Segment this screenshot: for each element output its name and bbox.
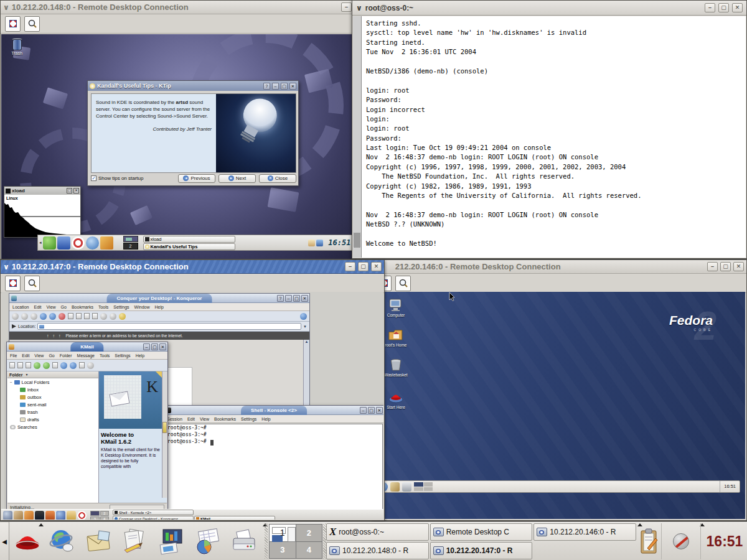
close-button[interactable] [376, 407, 383, 414]
email-launcher[interactable] [85, 526, 115, 556]
tools-icon[interactable] [24, 511, 34, 520]
menu-item[interactable]: Settings [113, 303, 129, 311]
help-lifering-icon[interactable] [72, 236, 85, 250]
web-browser-launcher[interactable] [47, 526, 77, 556]
panel-hide-left-icon[interactable]: ◂ [39, 240, 42, 245]
scrollbar-thumb[interactable] [162, 422, 167, 433]
menu-item[interactable]: Settings [241, 415, 256, 423]
menu-item[interactable]: Help [261, 415, 270, 423]
menu-item[interactable]: Edit [34, 303, 41, 311]
folder-row[interactable]: −Local Folders [7, 378, 98, 386]
location-dropdown-icon[interactable]: ▼ [303, 325, 307, 329]
konsole-icon[interactable] [35, 511, 44, 520]
minimize-button[interactable] [143, 343, 150, 350]
back-icon[interactable] [12, 313, 19, 320]
check-mail-icon[interactable] [34, 362, 40, 369]
show-tips-checkbox[interactable]: ✓ [91, 175, 96, 181]
kmail-titlebar[interactable]: KMail [7, 342, 167, 352]
print-icon[interactable] [92, 313, 98, 319]
workspace-switcher[interactable]: 1 2 3 4 [269, 524, 322, 559]
task-konsole[interactable]: Shell - Konsole <2> [113, 510, 194, 515]
folder-row[interactable]: outbox [7, 393, 98, 401]
evolution-mail-icon[interactable] [390, 482, 400, 492]
maximize-button[interactable] [720, 262, 731, 271]
minimize-button[interactable] [705, 3, 715, 12]
konqueror-titlebar[interactable]: Conquer your Desktop! - Konqueror [9, 294, 309, 303]
start-here-desktop-icon[interactable]: Start Here [382, 390, 410, 409]
lock-icon[interactable] [119, 313, 126, 320]
folder-row[interactable]: Searches [7, 423, 98, 431]
menu-item[interactable]: Bookmarks [72, 303, 93, 311]
window-button-terminal[interactable]: X root@oss-0:~ [326, 523, 429, 541]
clock[interactable]: 16:51 [702, 523, 747, 559]
close-button[interactable] [301, 295, 308, 302]
maximize-button[interactable] [358, 262, 369, 271]
workspace-1-thumbnail[interactable] [123, 236, 138, 242]
menu-item[interactable]: View [34, 352, 44, 360]
fullscreen-button[interactable] [5, 276, 21, 291]
help-lifering-icon[interactable] [77, 511, 87, 520]
chevron-down-icon[interactable] [3, 263, 9, 271]
maximize-button[interactable] [281, 83, 288, 90]
drag-handle[interactable] [265, 523, 268, 559]
stop-icon[interactable] [59, 313, 65, 320]
redhat-menu-button[interactable] [12, 526, 42, 556]
maximize-button[interactable] [67, 188, 72, 194]
clipboard-applet[interactable] [639, 527, 660, 556]
find-icon[interactable] [87, 362, 94, 369]
copy-icon[interactable] [76, 313, 82, 319]
location-input[interactable] [37, 323, 301, 330]
menu-item[interactable]: Go [49, 352, 54, 360]
help-button[interactable] [263, 83, 270, 90]
folder-row[interactable]: drafts [7, 416, 98, 423]
reply-icon[interactable] [52, 362, 58, 368]
previous-button[interactable]: ◂Previous [178, 174, 215, 183]
next-button[interactable]: ▸Next [218, 174, 256, 183]
menu-item[interactable]: Settings [115, 352, 130, 360]
kmail-icon[interactable] [67, 511, 76, 520]
home-icon[interactable] [57, 236, 70, 250]
workspace-4[interactable]: 4 [296, 542, 322, 559]
new-message-icon[interactable] [9, 362, 15, 368]
panel-clock[interactable]: 16:51 [328, 238, 350, 247]
addressbook-icon[interactable] [79, 362, 85, 368]
terminal-scrollbar[interactable] [353, 16, 362, 258]
workspace-3[interactable]: 3 [270, 542, 296, 559]
zoom-button[interactable] [24, 16, 40, 32]
impress-launcher[interactable] [157, 526, 187, 556]
menu-item[interactable]: Bookmarks [214, 415, 236, 423]
close-tip-button[interactable]: ✕Close [259, 174, 296, 183]
maximize-button[interactable] [151, 343, 158, 350]
up-icon[interactable] [31, 313, 37, 320]
folder-row[interactable]: trash [7, 408, 98, 416]
konqueror-globe-icon[interactable] [86, 236, 99, 250]
menu-item[interactable]: Edit [187, 415, 195, 423]
konsole-terminal[interactable]: root@oss-3:~# root@oss-3:~# root@oss-3:~… [165, 424, 383, 516]
close-button[interactable] [73, 188, 79, 194]
back-icon[interactable] [60, 362, 67, 369]
menu-item[interactable]: Location [12, 303, 29, 311]
close-button[interactable] [732, 3, 743, 12]
cut-icon[interactable] [68, 313, 73, 319]
close-button[interactable] [371, 262, 382, 271]
menu-item[interactable]: Window [134, 303, 150, 311]
chevron-down-icon[interactable] [3, 4, 9, 11]
menu-item[interactable]: Tools [100, 352, 110, 360]
trash-desktop-icon[interactable]: Wastebasket [382, 358, 410, 377]
window-button-148[interactable]: 10.212.20.148:0 - R [326, 542, 429, 559]
menu-item[interactable]: Folder [60, 352, 72, 360]
fedora-clock[interactable]: 16:51 [720, 481, 737, 492]
printer-icon[interactable] [402, 482, 411, 492]
menu-item[interactable]: Session [167, 415, 182, 423]
workspace-3[interactable]: 3 [90, 516, 100, 520]
task-xload[interactable]: xload [143, 236, 235, 243]
workspace-pager[interactable]: 2 3 4 [90, 511, 109, 520]
menu-item[interactable]: View [47, 303, 56, 311]
task-kmail[interactable]: KMail [194, 516, 275, 520]
window-button-146[interactable]: 10.212.20.146:0 - R [533, 523, 636, 541]
reload-icon[interactable] [49, 313, 56, 320]
klipper-tray-icon[interactable] [308, 240, 315, 246]
menu-item[interactable]: Go [61, 303, 67, 311]
network-offline-icon[interactable] [673, 533, 689, 549]
task-ktip[interactable]: Kandalf's Useful Tips [143, 243, 235, 250]
